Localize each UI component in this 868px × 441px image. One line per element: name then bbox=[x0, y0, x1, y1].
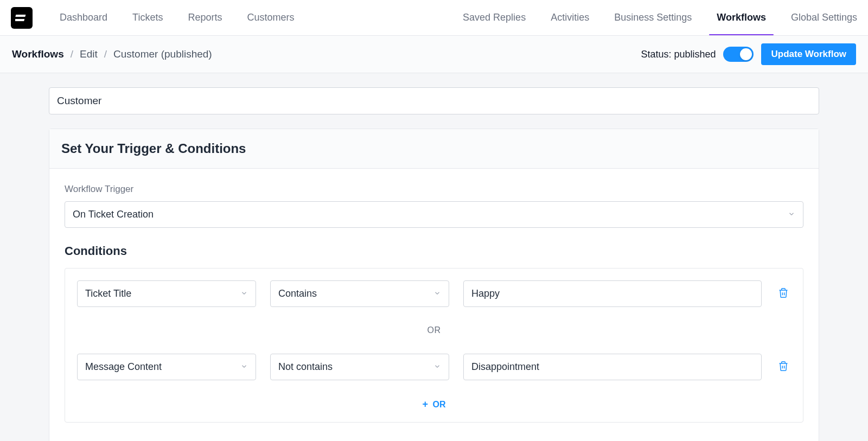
trash-icon bbox=[778, 287, 789, 298]
workflow-name-input[interactable] bbox=[49, 87, 819, 114]
panel-body: Workflow Trigger On Ticket Creation Cond… bbox=[49, 169, 819, 441]
chevron-down-icon bbox=[433, 361, 441, 373]
chevron-down-icon bbox=[240, 288, 248, 299]
top-nav: Dashboard Tickets Reports Customers Save… bbox=[0, 0, 868, 36]
main-content: Set Your Trigger & Conditions Workflow T… bbox=[0, 73, 868, 441]
add-or-condition-button[interactable]: + OR bbox=[77, 380, 791, 410]
logo-icon bbox=[15, 11, 28, 24]
conditions-container: Ticket Title Contains bbox=[65, 268, 803, 423]
chevron-down-icon bbox=[433, 288, 441, 299]
condition-field-value: Message Content bbox=[85, 361, 162, 372]
app-logo[interactable] bbox=[11, 7, 33, 29]
condition-operator-value: Not contains bbox=[278, 361, 333, 372]
delete-condition-button[interactable] bbox=[776, 285, 791, 303]
breadcrumb-leaf: Customer (published) bbox=[113, 48, 212, 60]
nav-workflows[interactable]: Workflows bbox=[717, 1, 766, 34]
breadcrumb-edit[interactable]: Edit bbox=[80, 48, 98, 60]
trigger-select[interactable]: On Ticket Creation bbox=[65, 201, 803, 228]
trigger-label: Workflow Trigger bbox=[65, 184, 803, 195]
plus-icon: + bbox=[423, 399, 429, 410]
condition-row: Ticket Title Contains bbox=[77, 280, 791, 307]
or-separator: OR bbox=[77, 307, 791, 354]
trigger-conditions-panel: Set Your Trigger & Conditions Workflow T… bbox=[49, 129, 819, 441]
condition-field-value: Ticket Title bbox=[85, 288, 131, 299]
add-or-label: OR bbox=[432, 400, 445, 409]
svg-rect-0 bbox=[15, 15, 25, 17]
trash-icon bbox=[778, 361, 789, 372]
nav-right-group: Saved Replies Activities Business Settin… bbox=[463, 1, 857, 34]
panel-title: Set Your Trigger & Conditions bbox=[49, 129, 819, 169]
nav-left-group: Dashboard Tickets Reports Customers bbox=[60, 1, 294, 34]
status-label: Status: published bbox=[641, 49, 716, 60]
condition-field-select[interactable]: Message Content bbox=[77, 354, 256, 380]
condition-operator-select[interactable]: Not contains bbox=[270, 354, 449, 380]
condition-field-select[interactable]: Ticket Title bbox=[77, 280, 256, 307]
trigger-select-value: On Ticket Creation bbox=[73, 209, 154, 220]
nav-dashboard[interactable]: Dashboard bbox=[60, 1, 107, 34]
breadcrumb-root[interactable]: Workflows bbox=[12, 48, 64, 60]
nav-reports[interactable]: Reports bbox=[188, 1, 222, 34]
nav-saved-replies[interactable]: Saved Replies bbox=[463, 1, 526, 34]
condition-operator-select[interactable]: Contains bbox=[270, 280, 449, 307]
chevron-down-icon bbox=[240, 361, 248, 373]
condition-value-input[interactable] bbox=[463, 280, 762, 307]
svg-rect-1 bbox=[15, 19, 24, 21]
breadcrumb-sep: / bbox=[104, 48, 107, 60]
condition-row: Message Content Not contains bbox=[77, 354, 791, 380]
nav-tickets[interactable]: Tickets bbox=[132, 1, 163, 34]
status-toggle[interactable] bbox=[723, 47, 754, 62]
chevron-down-icon bbox=[788, 209, 795, 220]
breadcrumb-sep: / bbox=[71, 48, 73, 60]
delete-condition-button[interactable] bbox=[776, 359, 791, 376]
nav-customers[interactable]: Customers bbox=[247, 1, 294, 34]
conditions-title: Conditions bbox=[65, 244, 803, 258]
condition-operator-value: Contains bbox=[278, 288, 317, 299]
condition-value-input[interactable] bbox=[463, 354, 762, 380]
sub-header-actions: Status: published Update Workflow bbox=[641, 43, 856, 65]
nav-business-settings[interactable]: Business Settings bbox=[614, 1, 692, 34]
nav-activities[interactable]: Activities bbox=[551, 1, 589, 34]
sub-header: Workflows / Edit / Customer (published) … bbox=[0, 36, 868, 73]
update-workflow-button[interactable]: Update Workflow bbox=[761, 43, 856, 65]
toggle-knob bbox=[740, 48, 752, 60]
nav-global-settings[interactable]: Global Settings bbox=[791, 1, 857, 34]
